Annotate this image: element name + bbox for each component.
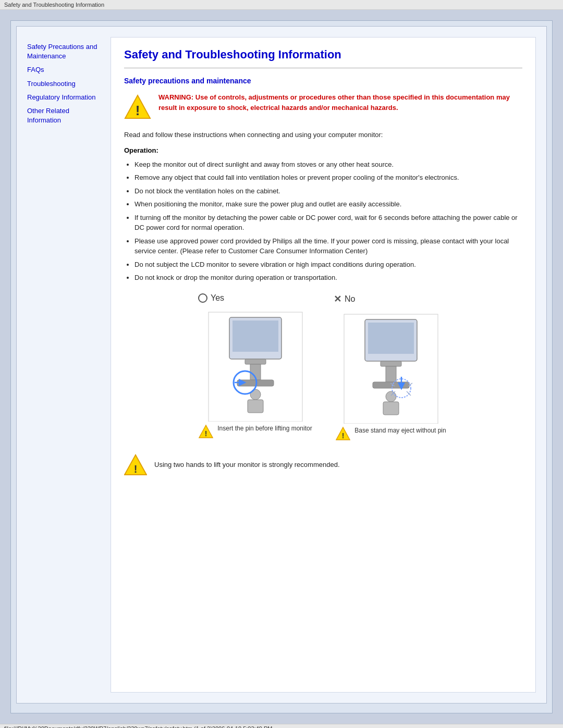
yes-text: Yes — [211, 293, 224, 303]
warning-icon: ! — [124, 93, 151, 120]
sidebar-item-troubleshooting[interactable]: Troubleshooting — [27, 79, 100, 89]
svg-rect-17 — [381, 361, 401, 366]
svg-text:!: ! — [134, 463, 138, 475]
sidebar-item-faqs[interactable]: FAQs — [27, 65, 100, 75]
bottom-text: Using two hands to lift your monitor is … — [154, 461, 340, 468]
svg-rect-5 — [245, 359, 266, 364]
sidebar-link-troubleshooting[interactable]: Troubleshooting — [27, 80, 76, 88]
sidebar-item-safety[interactable]: Safety Precautions and Maintenance — [27, 42, 100, 61]
status-bar: file:///D|/My%20Documents/dfu/230WP7/eng… — [0, 724, 563, 728]
status-bar-text: file:///D|/My%20Documents/dfu/230WP7/eng… — [4, 725, 272, 728]
bottom-section: ! Using two hands to lift your monitor i… — [124, 453, 522, 476]
yes-caption-block: ! Insert the pin before lifting monitor — [199, 424, 312, 439]
operation-label: Operation: — [124, 146, 522, 154]
svg-rect-21 — [383, 402, 399, 415]
list-item: When positioning the monitor, make sure … — [134, 199, 522, 209]
images-section: Yes — [124, 293, 522, 441]
sidebar-nav: Safety Precautions and Maintenance FAQs … — [27, 42, 100, 125]
sidebar-link-other[interactable]: Other Related Information — [27, 107, 69, 124]
yes-caption-warning-icon: ! — [199, 424, 213, 439]
yes-label: Yes — [198, 293, 224, 303]
svg-rect-16 — [368, 323, 414, 354]
no-x-icon: ✕ — [334, 293, 341, 305]
sidebar: Safety Precautions and Maintenance FAQs … — [27, 37, 100, 693]
intro-text: Read and follow these instructions when … — [124, 130, 522, 140]
bottom-warning-icon: ! — [124, 453, 147, 476]
svg-text:!: ! — [342, 431, 345, 440]
yes-monitor-image — [203, 307, 308, 422]
svg-point-20 — [386, 391, 396, 402]
divider — [124, 68, 522, 68]
list-item: Do not subject the LCD monitor to severe… — [134, 260, 522, 270]
sidebar-link-faqs[interactable]: FAQs — [27, 66, 44, 73]
inner-frame: Safety Precautions and Maintenance FAQs … — [16, 26, 547, 704]
svg-text:!: ! — [136, 103, 140, 118]
outer-frame: Safety Precautions and Maintenance FAQs … — [10, 20, 553, 713]
sidebar-item-other[interactable]: Other Related Information — [27, 106, 100, 125]
no-label: ✕ No — [334, 293, 355, 305]
bullet-list: Keep the monitor out of direct sunlight … — [134, 159, 522, 283]
svg-rect-18 — [386, 366, 396, 382]
sidebar-link-regulatory[interactable]: Regulatory Information — [27, 93, 96, 101]
warning-text: WARNING: Use of controls, adjustments or… — [158, 92, 522, 113]
main-content: Safety and Troubleshooting Information S… — [111, 37, 536, 693]
sidebar-item-regulatory[interactable]: Regulatory Information — [27, 93, 100, 102]
no-caption-block: ! Base stand may eject without pin — [336, 426, 446, 441]
sidebar-link-safety[interactable]: Safety Precautions and Maintenance — [27, 43, 97, 60]
list-item: Do not block the ventilation holes on th… — [134, 186, 522, 196]
yes-circle-icon — [198, 293, 207, 303]
page-title: Safety and Troubleshooting Information — [124, 48, 522, 61]
yes-block: Yes — [198, 293, 313, 439]
list-item: Remove any object that could fall into v… — [134, 172, 522, 183]
svg-text:!: ! — [205, 429, 207, 438]
yes-caption-text: Insert the pin before lifting monitor — [217, 424, 312, 433]
svg-rect-9 — [248, 400, 263, 413]
no-text: No — [345, 294, 355, 304]
no-caption-warning-icon: ! — [336, 426, 350, 441]
no-monitor-image — [339, 309, 443, 424]
svg-rect-4 — [232, 320, 278, 352]
no-block: ✕ No — [334, 293, 448, 441]
list-item: Keep the monitor out of direct sunlight … — [134, 159, 522, 170]
no-caption-text: Base stand may eject without pin — [354, 426, 446, 435]
svg-rect-19 — [373, 382, 409, 388]
section-title: Safety precautions and maintenance — [124, 77, 522, 85]
title-bar: Safety and Troubleshooting Information — [0, 0, 563, 10]
list-item: Please use approved power cord provided … — [134, 236, 522, 256]
list-item: If turning off the monitor by detaching … — [134, 213, 522, 233]
list-item: Do not knock or drop the monitor during … — [134, 273, 522, 283]
warning-box: ! WARNING: Use of controls, adjustments … — [124, 92, 522, 120]
title-bar-text: Safety and Troubleshooting Information — [4, 2, 104, 8]
content-area: Safety Precautions and Maintenance FAQs … — [27, 37, 536, 693]
